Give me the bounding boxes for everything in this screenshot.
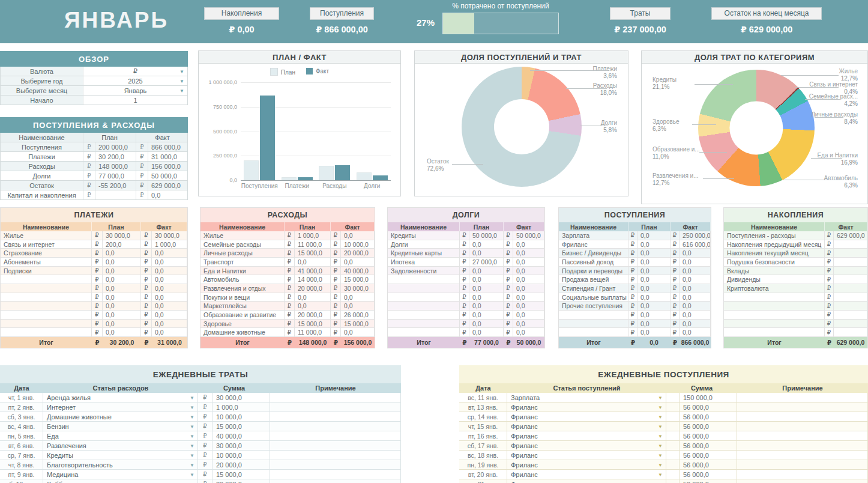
cell-plan[interactable]: 0,0	[637, 328, 671, 336]
cell-date[interactable]: сб, 17 янв.	[459, 441, 507, 450]
cell-name[interactable]: Криптовалюта	[724, 284, 825, 293]
chevron-down-icon[interactable]: ▼	[190, 404, 194, 410]
cell-fact[interactable]: 0,0	[341, 258, 375, 266]
cell-name[interactable]	[724, 311, 825, 319]
cell-item[interactable]: Кредиты▼	[43, 451, 198, 460]
cell-date[interactable]: чт, 8 янв.	[0, 460, 43, 469]
cell-name[interactable]	[1, 302, 92, 310]
chevron-down-icon[interactable]: ▼	[190, 462, 194, 467]
cell-amount[interactable]: 56 000,0	[680, 451, 737, 460]
cell-fact[interactable]: 31 000,0	[148, 152, 188, 161]
cell-item[interactable]: Зарплата▼	[507, 393, 666, 402]
cell-fact[interactable]: 250 000,0	[680, 231, 711, 240]
cell-name[interactable]	[559, 311, 628, 319]
cell-note[interactable]	[270, 441, 401, 450]
cell-name[interactable]: Покупки и вещи	[200, 293, 285, 302]
cell-plan[interactable]: 0,0	[469, 240, 504, 249]
cell-fact[interactable]: 15 000,0	[341, 275, 375, 284]
cell-plan[interactable]: 0,0	[637, 302, 671, 310]
cell-note[interactable]	[737, 441, 868, 450]
chevron-down-icon[interactable]: ▼	[179, 68, 184, 74]
cell-amount[interactable]: 56 000,0	[680, 412, 737, 421]
cell-fact[interactable]: 0,0	[680, 293, 711, 302]
cell-amount[interactable]: 10 000,0	[212, 451, 270, 460]
cell-note[interactable]	[270, 451, 401, 460]
cell-plan[interactable]: 0,0	[469, 320, 504, 328]
cell-fact[interactable]	[834, 240, 867, 249]
cell-item[interactable]: Домашние животные▼	[43, 412, 198, 421]
cell-name[interactable]	[1, 293, 92, 302]
cell-plan[interactable]: 0,0	[103, 284, 141, 293]
cell-date[interactable]: вт, 20 янв.	[459, 470, 507, 479]
cell-plan[interactable]: 0,0	[103, 302, 141, 310]
cell-fact[interactable]: 0,0	[513, 293, 544, 302]
cell-item[interactable]: Аренда жилья▼	[43, 393, 198, 402]
cell-plan[interactable]: 0,0	[637, 240, 671, 249]
cell-fact[interactable]	[834, 275, 867, 284]
cell-plan[interactable]: 0,0	[295, 302, 331, 310]
chevron-down-icon[interactable]: ▼	[658, 452, 663, 458]
chevron-down-icon[interactable]: ▼	[190, 395, 194, 400]
cell-fact[interactable]: 0,0	[513, 311, 544, 319]
cell-fact[interactable]: 0,0	[680, 320, 711, 328]
cell-name[interactable]	[388, 302, 460, 310]
cell-note[interactable]	[737, 402, 868, 412]
cell-fact[interactable]: 26 000,0	[341, 311, 375, 319]
chevron-down-icon[interactable]: ▼	[658, 462, 663, 467]
chevron-down-icon[interactable]: ▼	[658, 395, 663, 400]
cell-plan[interactable]: 15 000,0	[295, 320, 331, 328]
cell-note[interactable]	[737, 479, 868, 483]
cell-name[interactable]: Автомобиль	[200, 275, 285, 284]
cell-note[interactable]	[737, 393, 868, 402]
cell-name[interactable]	[388, 275, 460, 284]
cell-date[interactable]: сб, 3 янв.	[0, 412, 43, 421]
cell-item[interactable]: Фриланс▼	[507, 479, 666, 483]
cell-fact[interactable]: 0,0	[680, 311, 711, 319]
cell-name[interactable]: Бизнес / Дивиденды	[559, 249, 628, 257]
cell-name[interactable]: Платежи	[1, 152, 83, 161]
cell-date[interactable]: ср, 14 янв.	[459, 412, 507, 421]
cell-item[interactable]: Фриланс▼	[507, 460, 666, 469]
cell-fact[interactable]: 0,0	[152, 258, 187, 266]
cell-amount[interactable]: 56 000,0	[680, 470, 737, 479]
cell-fact[interactable]: 0,0	[341, 302, 375, 310]
cell-fact[interactable]	[834, 302, 867, 310]
cell-date[interactable]: чт, 15 янв.	[459, 422, 507, 431]
cell-date[interactable]: ср, 7 янв.	[0, 451, 43, 460]
cell-fact[interactable]	[834, 258, 867, 266]
cell-plan[interactable]: 0,0	[637, 275, 671, 284]
cell-plan[interactable]: 0,0	[469, 267, 504, 275]
cell-fact[interactable]: 0,0	[680, 249, 711, 257]
cell-name[interactable]	[559, 328, 628, 336]
cell-amount[interactable]: 56 000,0	[680, 431, 737, 440]
cell-plan[interactable]: 14 000,0	[295, 275, 331, 284]
cell-name[interactable]: Накопления предыдущий месяц	[724, 240, 825, 249]
cell-date[interactable]: пн, 19 янв.	[459, 460, 507, 469]
cell-amount[interactable]: 56 000,0	[680, 460, 737, 469]
chevron-down-icon[interactable]: ▼	[658, 414, 663, 419]
cell-name[interactable]: Здоровье	[200, 320, 285, 328]
cell-plan[interactable]: 0,0	[469, 275, 504, 284]
cell-fact[interactable]: 629 000,0	[148, 181, 188, 190]
chevron-down-icon[interactable]: ▼	[190, 472, 194, 477]
chevron-down-icon[interactable]: ▼	[190, 424, 194, 429]
cell-name[interactable]: Ипотека	[388, 258, 460, 266]
chevron-down-icon[interactable]: ▼	[658, 424, 663, 429]
cell-plan[interactable]: 0,0	[637, 249, 671, 257]
cell-plan[interactable]: 200,0	[103, 240, 141, 249]
cell-note[interactable]	[737, 451, 868, 460]
overview-row-value[interactable]: Январь▼	[83, 86, 187, 95]
cell-item[interactable]: Благотворительность▼	[43, 460, 198, 469]
cell-name[interactable]: Личные расходы	[200, 249, 285, 257]
cell-fact[interactable]: 0,0	[152, 302, 187, 310]
cell-fact[interactable]: 616 000,0	[680, 240, 711, 249]
cell-plan[interactable]: 11 000,0	[295, 240, 331, 249]
cell-name[interactable]: Жилье	[200, 231, 285, 240]
cell-item[interactable]: Фриланс▼	[507, 451, 666, 460]
cell-name[interactable]	[388, 284, 460, 293]
cell-fact[interactable]: 0,0	[680, 267, 711, 275]
cell-name[interactable]	[724, 293, 825, 302]
cell-date[interactable]: вс, 4 янв.	[0, 422, 43, 431]
cell-name[interactable]: Подписки	[1, 267, 92, 275]
cell-date[interactable]: пн, 5 янв.	[0, 431, 43, 440]
